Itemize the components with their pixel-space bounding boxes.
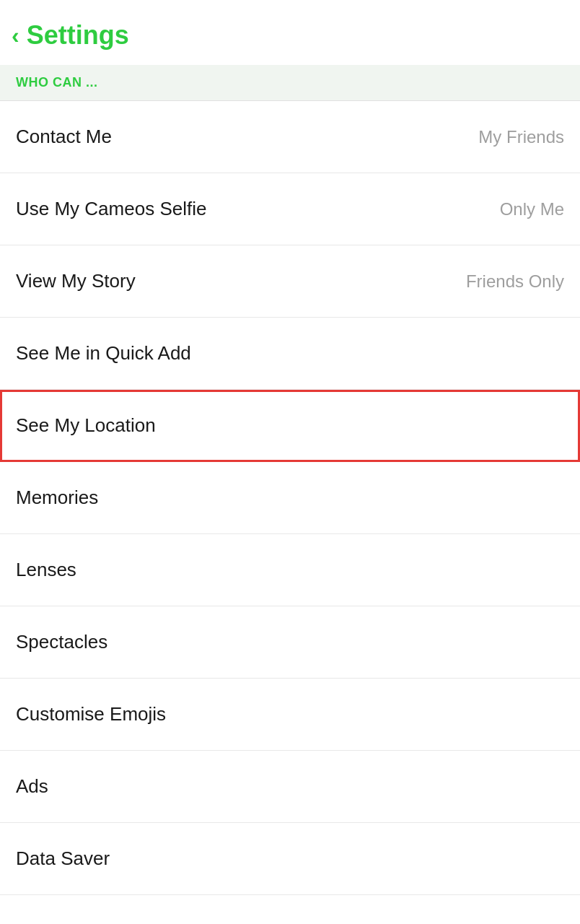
item-label-use-cameos-selfie: Use My Cameos Selfie: [16, 198, 206, 220]
item-label-see-my-location: See My Location: [16, 414, 156, 437]
item-value-use-cameos-selfie: Only Me: [500, 199, 564, 219]
settings-item-view-my-story[interactable]: View My StoryFriends Only: [0, 245, 580, 318]
settings-item-see-my-location[interactable]: See My Location: [0, 390, 580, 462]
settings-item-see-me-quick-add[interactable]: See Me in Quick Add: [0, 318, 580, 390]
item-label-customise-emojis: Customise Emojis: [16, 703, 166, 725]
settings-item-use-cameos-selfie[interactable]: Use My Cameos SelfieOnly Me: [0, 173, 580, 245]
item-label-contact-me: Contact Me: [16, 126, 112, 148]
item-label-data-saver: Data Saver: [16, 847, 110, 870]
settings-item-contact-me[interactable]: Contact MeMy Friends: [0, 101, 580, 173]
item-label-memories: Memories: [16, 487, 98, 509]
item-label-spectacles: Spectacles: [16, 631, 107, 653]
settings-list: Contact MeMy FriendsUse My Cameos Selfie…: [0, 101, 580, 895]
item-label-lenses: Lenses: [16, 559, 76, 581]
item-value-contact-me: My Friends: [478, 127, 564, 147]
settings-item-lenses[interactable]: Lenses: [0, 534, 580, 606]
settings-item-spectacles[interactable]: Spectacles: [0, 606, 580, 679]
header: ‹ Settings: [0, 0, 580, 65]
item-label-see-me-quick-add: See Me in Quick Add: [16, 342, 191, 365]
item-value-view-my-story: Friends Only: [466, 271, 564, 292]
settings-item-memories[interactable]: Memories: [0, 462, 580, 534]
section-header-text: WHO CAN ...: [16, 75, 98, 90]
settings-item-ads[interactable]: Ads: [0, 751, 580, 823]
back-button[interactable]: ‹: [12, 24, 19, 47]
settings-item-data-saver[interactable]: Data Saver: [0, 823, 580, 895]
page-title: Settings: [27, 20, 129, 51]
section-header: WHO CAN ...: [0, 65, 580, 101]
item-label-view-my-story: View My Story: [16, 270, 136, 292]
item-label-ads: Ads: [16, 775, 48, 798]
settings-item-customise-emojis[interactable]: Customise Emojis: [0, 679, 580, 751]
